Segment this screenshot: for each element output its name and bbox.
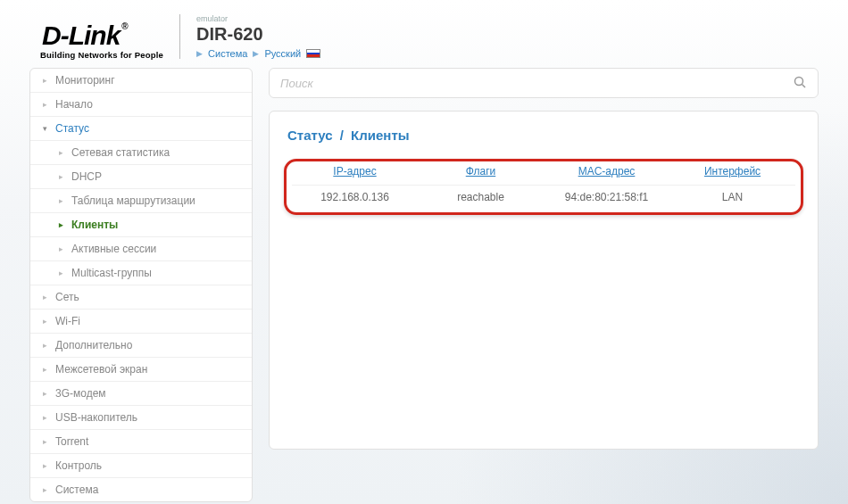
sidebar-item-label: Клиенты <box>71 219 118 231</box>
sidebar-item-active-sessions[interactable]: ▸ Активные сессии <box>30 237 252 261</box>
sidebar-item-label: Дополнительно <box>55 339 132 351</box>
sidebar-item-label: Статус <box>55 122 89 135</box>
sidebar-item-firewall[interactable]: ▸ Межсетевой экран <box>30 358 252 382</box>
product-name: DIR-620 <box>196 25 320 43</box>
chevron-down-icon: ▾ <box>41 125 48 132</box>
emulator-label: emulator <box>196 14 320 23</box>
clients-table-highlight: IP-адрес Флаги MAC-адрес Интерфейс 192.1… <box>284 159 803 215</box>
sidebar-item-label: Контроль <box>55 459 102 472</box>
sidebar-item-label: Wi-Fi <box>55 315 80 327</box>
sidebar-item-label: Сеть <box>55 291 79 303</box>
flag-ru-icon <box>306 49 320 58</box>
header-divider <box>179 14 180 59</box>
sidebar-item-network[interactable]: ▸ Сеть <box>30 285 252 310</box>
sidebar-item-label: Сетевая статистика <box>71 146 170 159</box>
sidebar-item-dhcp[interactable]: ▸ DHCP <box>30 165 252 189</box>
col-flags-header[interactable]: Флаги <box>418 161 544 186</box>
chevron-right-icon: ▶ <box>253 49 259 58</box>
sidebar-item-label: Активные сессии <box>71 243 156 255</box>
chevron-right-icon: ▸ <box>41 438 48 445</box>
chevron-right-icon: ▸ <box>41 101 48 108</box>
col-mac-header[interactable]: MAC-адрес <box>544 161 669 186</box>
chevron-right-icon: ▸ <box>41 318 48 325</box>
chevron-right-icon: ▸ <box>57 269 64 277</box>
sidebar-item-label: DHCP <box>71 170 102 183</box>
sidebar-item-label: USB-накопитель <box>55 411 137 424</box>
nav-language-link[interactable]: Русский <box>264 48 301 59</box>
clients-table: IP-адрес Флаги MAC-адрес Интерфейс 192.1… <box>292 161 795 209</box>
sidebar-item-label: Межсетевой экран <box>55 363 147 376</box>
table-row[interactable]: 192.168.0.136 reachable 94:de:80:21:58:f… <box>292 186 795 210</box>
header-nav: ▶ Система ▶ Русский <box>196 48 320 59</box>
header: D-Link® Building Networks for People emu… <box>22 9 826 68</box>
cell-flags: reachable <box>418 186 544 210</box>
search-bar <box>269 68 819 98</box>
cell-iface: LAN <box>669 186 795 210</box>
content-panel: Статус / Клиенты IP-адрес Флаги MAC-адре… <box>269 111 819 450</box>
chevron-right-icon: ▸ <box>41 486 48 493</box>
sidebar-item-label: Multicast-группы <box>71 267 152 279</box>
table-header-row: IP-адрес Флаги MAC-адрес Интерфейс <box>292 161 795 186</box>
logo-registered: ® <box>120 21 127 31</box>
sidebar: ▸ Мониторинг ▸ Начало ▾ Статус ▸ Сетевая… <box>29 68 253 502</box>
chevron-right-icon: ▸ <box>57 245 64 252</box>
chevron-right-icon: ▶ <box>196 49 203 58</box>
search-input[interactable] <box>280 77 784 90</box>
sidebar-item-status[interactable]: ▾ Статус <box>30 117 252 141</box>
sidebar-item-torrent[interactable]: ▸ Torrent <box>30 430 252 454</box>
sidebar-item-network-stats[interactable]: ▸ Сетевая статистика <box>30 141 252 165</box>
sidebar-item-label: Мониторинг <box>55 74 115 87</box>
chevron-right-icon: ▸ <box>41 366 48 373</box>
sidebar-item-system[interactable]: ▸ Система <box>30 478 252 501</box>
sidebar-item-routing-table[interactable]: ▸ Таблица маршрутизации <box>30 189 252 213</box>
sidebar-item-label: Начало <box>55 98 93 111</box>
chevron-right-icon: ▸ <box>57 149 64 156</box>
breadcrumb-section[interactable]: Статус <box>287 128 333 143</box>
chevron-right-icon: ▸ <box>57 173 64 180</box>
breadcrumb: Статус / Клиенты <box>284 128 803 143</box>
chevron-right-icon: ▸ <box>41 77 48 84</box>
chevron-right-icon: ▸ <box>57 197 64 204</box>
sidebar-item-multicast-groups[interactable]: ▸ Multicast-группы <box>30 261 252 285</box>
product-block: emulator DIR-620 ▶ Система ▶ Русский <box>196 14 320 59</box>
cell-mac: 94:de:80:21:58:f1 <box>544 186 669 210</box>
search-icon[interactable] <box>793 75 807 92</box>
chevron-right-icon: ▸ <box>41 462 48 469</box>
svg-point-0 <box>795 77 803 85</box>
sidebar-item-label: Таблица маршрутизации <box>71 194 195 207</box>
sidebar-item-start[interactable]: ▸ Начало <box>30 93 252 117</box>
sidebar-item-monitoring[interactable]: ▸ Мониторинг <box>30 69 252 93</box>
logo-tagline: Building Networks for People <box>40 51 163 60</box>
sidebar-item-label: Torrent <box>55 435 88 448</box>
sidebar-item-label: 3G-модем <box>55 387 106 400</box>
sidebar-item-clients[interactable]: ▸ Клиенты <box>30 213 252 237</box>
svg-line-1 <box>802 84 806 87</box>
logo-text: D-Link <box>42 21 120 50</box>
breadcrumb-separator: / <box>337 128 347 143</box>
chevron-right-icon: ▸ <box>41 293 48 301</box>
col-iface-header[interactable]: Интерфейс <box>669 161 795 186</box>
sidebar-item-advanced[interactable]: ▸ Дополнительно <box>30 334 252 358</box>
sidebar-item-3g-modem[interactable]: ▸ 3G-модем <box>30 382 252 406</box>
sidebar-item-control[interactable]: ▸ Контроль <box>30 454 252 478</box>
col-ip-header[interactable]: IP-адрес <box>292 161 418 186</box>
logo: D-Link® Building Networks for People <box>40 22 163 60</box>
chevron-right-icon: ▸ <box>41 390 48 397</box>
sidebar-item-label: Система <box>55 483 98 496</box>
chevron-right-icon: ▸ <box>41 342 48 349</box>
chevron-right-icon: ▸ <box>41 414 48 421</box>
sidebar-item-usb-storage[interactable]: ▸ USB-накопитель <box>30 406 252 430</box>
cell-ip: 192.168.0.136 <box>292 186 418 210</box>
chevron-right-icon: ▸ <box>57 221 64 228</box>
sidebar-item-wifi[interactable]: ▸ Wi-Fi <box>30 310 252 334</box>
breadcrumb-page[interactable]: Клиенты <box>351 128 409 143</box>
nav-system-link[interactable]: Система <box>208 48 247 59</box>
